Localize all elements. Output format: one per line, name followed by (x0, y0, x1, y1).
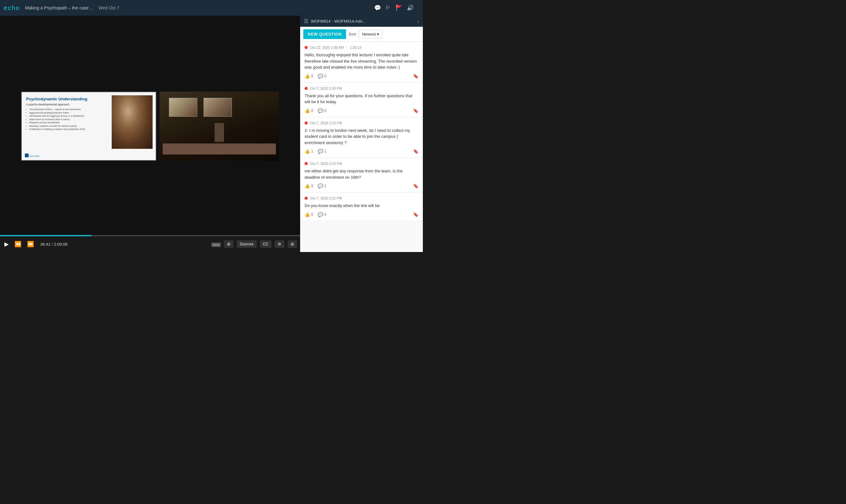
progress-bar-container[interactable] (0, 235, 300, 236)
progress-bar-fill (0, 235, 92, 236)
question-card-5: Oct 7, 2020 2:22 PM Do you know exactly … (300, 193, 423, 221)
question-actions-2: 👍 0 💬 0 🔖 (305, 108, 418, 113)
new-question-button[interactable]: NEW QUESTION (303, 29, 346, 39)
chevron-down-icon: ▾ (377, 32, 379, 36)
right-panel-header: ☰ WOFM914 - WOFM914-Adv... › (300, 16, 423, 27)
slide-title: Psychodynamic Understanding (26, 96, 107, 102)
comment-action-4[interactable]: 💬 1 (318, 183, 327, 188)
comment-count-2: 0 (324, 109, 327, 113)
camera-bg (160, 92, 279, 161)
time-display: 36:41 / 2:00:06 (40, 242, 68, 247)
question-timestamp-1: Oct 22, 2020 1:00 AM (310, 46, 344, 49)
cc-button[interactable]: CC (260, 240, 271, 248)
question-timestamp-3: Oct 7, 2020 2:23 PM (310, 121, 342, 125)
comment-count-1: 0 (324, 74, 327, 78)
video-content: Psychodynamic Understanding A psycho-dev… (0, 16, 300, 236)
questions-list[interactable]: Oct 22, 2020 1:00 AM / 1:25:13 Hello, th… (300, 42, 423, 252)
store-container: Store (212, 241, 221, 247)
svg-text:Queen Mary: Queen Mary (29, 155, 40, 157)
question-card-2: Oct 7, 2020 2:30 PM Thank you all for yo… (300, 83, 423, 118)
thumbs-up-icon: 👍 (305, 74, 310, 79)
app-header: echo Making a Psychopath – the case ... … (0, 0, 423, 16)
flag-add-icon[interactable]: 🏳 (385, 5, 391, 11)
question-actions-1: 👍 0 💬 0 🔖 (305, 74, 418, 79)
like-action-3[interactable]: 👍 1 (305, 149, 313, 154)
comment-action-3[interactable]: 💬 1 (318, 149, 327, 154)
video-controls: ▶ ⏪ ⏩ 36:41 / 2:00:06 Store ⊞ Sources CC… (0, 236, 300, 252)
sources-button[interactable]: Sources (237, 240, 257, 248)
question-meta-1: Oct 22, 2020 1:00 AM / 1:25:13 (305, 46, 418, 49)
question-card-3: Oct 7, 2020 2:23 PM 2- I m moving to lon… (300, 118, 423, 158)
header-date: Wed Oct 7 (98, 5, 119, 11)
comment-count-4: 1 (324, 184, 327, 188)
like-count-2: 0 (311, 109, 313, 113)
like-count-1: 0 (311, 74, 313, 78)
question-card-1: Oct 22, 2020 1:00 AM / 1:25:13 Hello, th… (300, 42, 423, 83)
slide-inner: Psychodynamic Understanding A psycho-dev… (22, 92, 156, 160)
list-icon: ☰ (304, 18, 308, 24)
slide-subtitle: A psycho-developmental approach (26, 103, 107, 106)
right-panel: ☰ WOFM914 - WOFM914-Adv... › NEW QUESTIO… (300, 16, 423, 252)
slide-logo: Queen Mary (25, 154, 44, 159)
question-text-3: 2- I m moving to london next week, do I … (305, 127, 418, 146)
bookmark-icon-2[interactable]: 🔖 (413, 108, 418, 113)
like-count-5: 0 (311, 212, 313, 217)
camera-speaker (215, 123, 224, 142)
like-count-3: 1 (311, 149, 313, 154)
comment-action-5[interactable]: 💬 0 (318, 212, 327, 217)
sort-dropdown[interactable]: Newest ▾ (359, 30, 382, 38)
question-actions-3: 👍 1 💬 1 🔖 (305, 149, 418, 154)
play-button[interactable]: ▶ (3, 239, 10, 249)
svg-rect-0 (25, 154, 29, 157)
echo-logo: echo (4, 4, 20, 12)
like-action-2[interactable]: 👍 0 (305, 108, 313, 113)
like-action-1[interactable]: 👍 0 (305, 74, 313, 79)
comment-icon-3: 💬 (318, 149, 323, 154)
question-meta-4: Oct 7, 2020 2:23 PM (305, 162, 418, 165)
question-duration-1: 1:25:13 (349, 46, 361, 49)
comment-count-5: 0 (324, 212, 327, 217)
slide-image (112, 95, 152, 149)
video-area: Psychodynamic Understanding A psycho-dev… (0, 16, 300, 252)
question-timestamp-2: Oct 7, 2020 2:30 PM (310, 87, 342, 90)
bookmark-icon-4[interactable]: 🔖 (413, 183, 418, 188)
rewind-button[interactable]: ⏪ (13, 239, 23, 249)
sort-selected: Newest (362, 32, 376, 36)
header-title: Making a Psychopath – the case ... (25, 5, 93, 11)
settings-button[interactable]: ⚙ (275, 240, 284, 248)
qa-toolbar: NEW QUESTION Sort Newest ▾ (300, 27, 423, 42)
bookmark-flag-icon[interactable]: 🚩 (395, 4, 402, 11)
slide-bullets: The Narcissistic Mother – robbed of real… (26, 108, 107, 131)
like-action-5[interactable]: 👍 0 (305, 212, 313, 217)
audio-icon[interactable]: 🔊 (407, 4, 414, 11)
panel-arrow-icon[interactable]: › (417, 19, 419, 24)
panel-title: WOFM914 - WOFM914-Adv... (311, 19, 415, 23)
comment-icon-5: 💬 (318, 212, 323, 217)
question-dot-1 (305, 46, 308, 49)
slide-panel: Psychodynamic Understanding A psycho-dev… (21, 92, 156, 161)
thumbs-up-icon-3: 👍 (305, 149, 310, 154)
comment-icon: 💬 (318, 74, 323, 79)
header-icons: 💬 🏳 🚩 🔊 (374, 4, 414, 11)
comment-icon-2: 💬 (318, 108, 323, 113)
camera-panel (160, 92, 279, 161)
bookmark-icon-3[interactable]: 🔖 (413, 149, 418, 154)
question-timestamp-4: Oct 7, 2020 2:23 PM (310, 162, 342, 165)
question-timestamp-5: Oct 7, 2020 2:22 PM (310, 196, 342, 200)
bookmark-icon-1[interactable]: 🔖 (413, 74, 418, 79)
bookmark-icon-5[interactable]: 🔖 (413, 212, 418, 217)
comment-action-2[interactable]: 💬 0 (318, 108, 327, 113)
like-count-4: 0 (311, 184, 313, 188)
chat-icon[interactable]: 💬 (374, 4, 381, 11)
camera-screen-right (203, 98, 232, 117)
like-action-4[interactable]: 👍 0 (305, 183, 313, 188)
question-dot-4 (305, 162, 308, 165)
grid-button[interactable]: ⊞ (288, 240, 297, 248)
comment-action-1[interactable]: 💬 0 (318, 74, 327, 79)
question-card-4: Oct 7, 2020 2:23 PM me either didnt get … (300, 158, 423, 193)
total-time: 2:00:06 (54, 242, 67, 247)
camera-screens (169, 98, 232, 117)
layout-icon-button[interactable]: ⊞ (224, 240, 233, 248)
forward-button[interactable]: ⏩ (26, 239, 35, 249)
question-actions-5: 👍 0 💬 0 🔖 (305, 212, 418, 217)
